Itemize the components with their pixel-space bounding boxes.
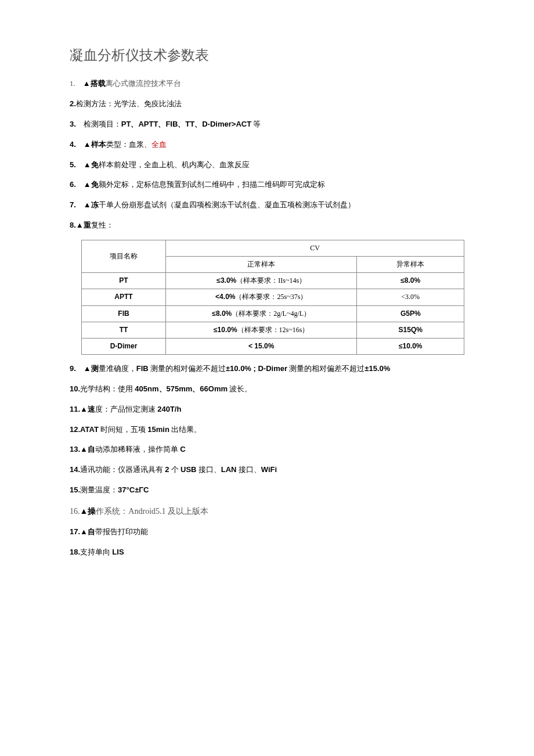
col-header-abnormal: 异常样本 [357, 257, 464, 273]
cell-normal: <4.0%（样本要求：25s~37s） [165, 289, 357, 305]
spec-item-7: 7. ▲冻干单人份崩形盘试剂（凝血四项检测冻干试剂盘、凝血五项检测冻干试剂盘） [70, 199, 464, 211]
item-bold: LAN [221, 465, 237, 474]
spec-item-12: 12.ATAT 时间短，五项 15min 出结果。 [70, 424, 464, 436]
table-row: FIB ≤8.0%（样本要求：2g/L~4g/L） G5P% [82, 305, 464, 322]
item-text: 时间短，五项 [99, 425, 148, 434]
item-text: 通讯功能：仪器通讯具有 [80, 465, 165, 474]
item-number: 16. [70, 507, 80, 516]
item-text: 光学结构：使用 [80, 384, 135, 393]
item-text: 出结果。 [169, 425, 201, 434]
item-triangle: ▲免 [84, 180, 99, 189]
spec-item-6: 6. ▲免额外定标，定标信息预置到试剂二维码中，扫描二维码即可完成定标 [70, 179, 464, 191]
item-number: 8. [70, 221, 76, 229]
item-bold: 2 [165, 465, 169, 474]
item-number: 2. [70, 99, 76, 108]
item-bold: ATAT [80, 425, 99, 434]
item-number: 1. [70, 79, 75, 88]
item-number: 12. [70, 425, 80, 434]
item-triangle: ▲重 [76, 221, 91, 229]
item-bold: LIS [112, 548, 124, 556]
cell-normal: ≤3.0%（样本要求：IIs~14s） [165, 273, 357, 289]
item-text: 测量的相对偏差不超过 [287, 364, 365, 373]
cell-requirement: （样本要求：2g/L~4g/L） [232, 309, 311, 318]
item-number: 15. [70, 485, 80, 494]
item-text: 额外定标，定标信息预置到试剂二维码中，扫描二维码即可完成定标 [99, 180, 325, 189]
table-row: D-Dimer < 15.0% ≤10.0% [82, 338, 464, 354]
spec-item-3: 3. 检测项目：PT、APTT、FIB、TT、D-Dimer>ACT 等 [70, 118, 464, 131]
item-value: PT、APTT、FIB、TT、D-Dimer>ACT [121, 120, 251, 128]
cell-requirement: （样本要求：25s~37s） [235, 293, 307, 301]
cell-normal: ≤8.0%（样本要求：2g/L~4g/L） [165, 305, 357, 322]
spec-item-11: 11.▲速度：产品恒定测速 240T/h [70, 404, 464, 416]
item-number: 6. [70, 180, 76, 189]
cell-value: ≤10.0% [214, 326, 237, 334]
item-number: 5. [70, 160, 76, 169]
cell-name: TT [82, 322, 166, 338]
item-bold: C [180, 445, 185, 453]
item-text: 带报告打印功能 [95, 527, 148, 536]
cell-name: APTT [82, 289, 166, 305]
spec-item-17: 17.▲自带报告打印功能 [70, 526, 464, 538]
item-number: 18. [70, 548, 80, 556]
item-triangle: ▲操 [80, 506, 96, 516]
cell-name: FIB [82, 305, 166, 322]
item-number: 10. [70, 384, 80, 393]
item-text: 复性： [91, 221, 114, 229]
item-triangle: ▲自 [80, 445, 95, 453]
item-number: 11. [70, 405, 80, 413]
item-bold: 240T/h [157, 405, 181, 413]
table-row: TT ≤10.0%（样本要求：12s~16s） S15Q% [82, 322, 464, 338]
spec-item-10: 10.光学结构：使用 405nm、575mm、66Omm 波长。 [70, 383, 464, 395]
spec-item-5: 5. ▲免样本前处理，全血上机、机内离心、血浆反应 [70, 159, 464, 171]
item-text: 测量温度： [80, 485, 118, 494]
item-bold: 15min [147, 425, 169, 434]
spec-item-4: 4. ▲样本类型：血浆、全血 [70, 139, 464, 151]
item-text: 度：产品恒定测速 [95, 405, 157, 413]
spec-item-15: 15.测量温度：37°C±ΓC [70, 484, 464, 496]
item-triangle: ▲冻 [84, 200, 99, 209]
cell-abnormal: <3.0% [357, 289, 464, 305]
item-number: 14. [70, 465, 80, 474]
item-bold: 37°C±ΓC [118, 485, 149, 494]
table-header-row: 项目名称 CV [82, 240, 464, 256]
item-bold: FIB [136, 364, 149, 373]
table-row: APTT <4.0%（样本要求：25s~37s） <3.0% [82, 289, 464, 305]
table-row: PT ≤3.0%（样本要求：IIs~14s） ≤8.0% [82, 273, 464, 289]
cell-abnormal: ≤8.0% [357, 273, 464, 289]
item-bold: ±15.0% [365, 364, 390, 373]
item-triangle: ▲测 [84, 364, 99, 373]
item-text: 离心式微流控技术平台 [106, 79, 181, 88]
item-label: 检测项目： [84, 120, 121, 128]
item-bold: ±10.0% ; D-Dimer [226, 364, 287, 373]
spec-item-8: 8.▲重复性： [70, 219, 464, 232]
item-text: 支持单向 [80, 548, 112, 556]
cell-abnormal: S15Q% [357, 322, 464, 338]
col-header-normal: 正常样本 [165, 257, 357, 273]
item-number: 3. [70, 120, 76, 128]
item-bold: 405nm、575mm、66Omm [135, 384, 228, 393]
item-suffix: 等 [251, 120, 261, 128]
item-text: 动添加稀释液，操作简单 [95, 445, 180, 453]
spec-item-14: 14.通讯功能：仪器通讯具有 2 个 USB 接口、LAN 接口、WiFi [70, 464, 464, 476]
item-number: 13. [70, 445, 80, 453]
item-number: 4. [70, 140, 76, 149]
item-text: 及以上版本 [166, 507, 209, 516]
cell-value: ≤8.0% [212, 309, 232, 318]
cell-requirement: （样本要求：IIs~14s） [236, 276, 306, 285]
item-triangle: ▲自 [80, 527, 95, 536]
spec-item-13: 13.▲自动添加稀释液，操作简单 C [70, 444, 464, 456]
item-number: 9. [70, 364, 76, 373]
item-text: 类型：血浆、 [106, 140, 151, 149]
item-triangle-text: ▲搭载 [83, 79, 106, 88]
item-text: 测量的相对偏差不超过 [149, 364, 226, 373]
cell-normal: < 15.0% [165, 338, 357, 354]
cell-normal: ≤10.0%（样本要求：12s~16s） [165, 322, 357, 338]
spec-item-16: 16.▲操作系统：Android5.1 及以上版本 [70, 505, 464, 518]
cell-value: <4.0% [215, 293, 235, 301]
item-text: 波长。 [228, 384, 252, 393]
item-number: 7. [70, 200, 76, 209]
cv-table: 项目名称 CV 正常样本 异常样本 PT ≤3.0%（样本要求：IIs~14s）… [81, 240, 464, 355]
item-text: 干单人份崩形盘试剂（凝血四项检测冻干试剂盘、凝血五项检测冻干试剂盘） [99, 200, 355, 209]
item-text: 个 [169, 465, 181, 474]
item-text: 检测方法：光学法、免疫比浊法 [76, 99, 182, 108]
